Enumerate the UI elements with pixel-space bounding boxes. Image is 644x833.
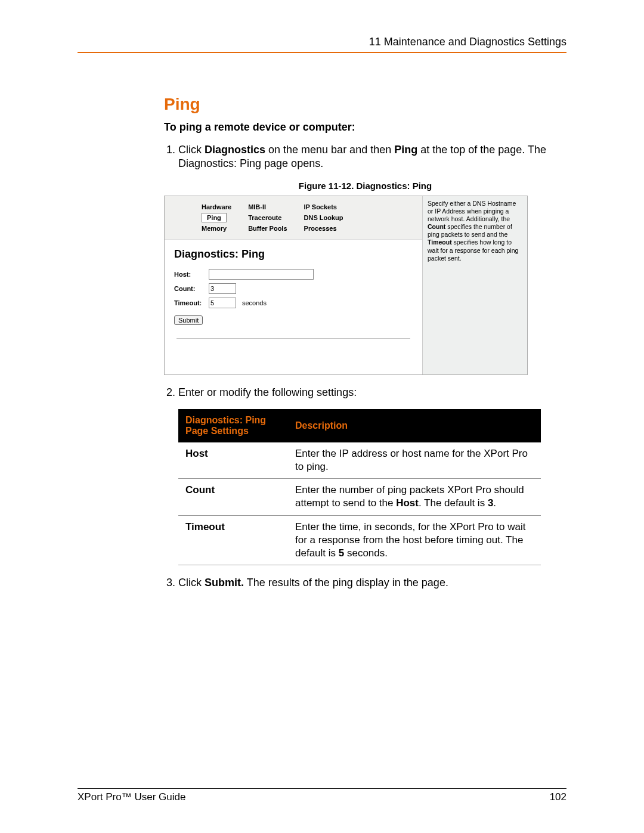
count-input[interactable] [209,283,236,294]
row-timeout-key: Timeout [178,515,288,565]
tab-ip-sockets[interactable]: IP Sockets [304,203,343,210]
footer-page-number: 102 [550,791,566,803]
panel-title: Diagnostics: Ping [174,248,413,261]
tab-processes[interactable]: Processes [304,225,343,232]
submit-button[interactable]: Submit [174,315,203,325]
host-input[interactable] [209,269,314,280]
help-panel: Specify either a DNS Hostname or IP Addr… [422,196,527,374]
screenshot-diagnostics-ping: Hardware MIB-II IP Sockets Ping Tracerou… [164,196,528,375]
host-label: Host: [174,271,209,278]
timeout-unit: seconds [242,299,267,306]
tab-dns-lookup[interactable]: DNS Lookup [304,214,343,221]
step-3: Click Submit. The results of the ping di… [178,576,566,590]
table-row: Timeout Enter the time, in seconds, for … [178,515,541,565]
page-header-chapter: 11 Maintenance and Diagnostics Settings [78,36,566,51]
tab-hardware[interactable]: Hardware [202,203,231,210]
row-host-val: Enter the IP address or host name for th… [288,442,541,479]
row-count-key: Count [178,479,288,515]
row-count-val: Enter the number of ping packets XPort P… [288,479,541,515]
row-host-key: Host [178,442,288,479]
diagnostics-tabs: Hardware MIB-II IP Sockets Ping Tracerou… [165,196,422,240]
table-row: Count Enter the number of ping packets X… [178,479,541,515]
page-footer: XPort Pro™ User Guide 102 [78,784,566,803]
step-1: Click Diagnostics on the menu bar and th… [178,143,566,171]
footer-title: XPort Pro™ User Guide [78,791,185,803]
section-title: Ping [164,95,566,114]
count-label: Count: [174,285,209,292]
table-header-settings: Diagnostics: Ping Page Settings [178,409,288,442]
tab-ping[interactable]: Ping [202,213,227,222]
tab-buffer-pools[interactable]: Buffer Pools [248,225,287,232]
timeout-label: Timeout: [174,299,209,306]
step-2: Enter or modify the following settings: [178,386,566,400]
tab-memory[interactable]: Memory [202,225,231,232]
tab-traceroute[interactable]: Traceroute [248,214,287,221]
header-divider [78,52,566,53]
row-timeout-val: Enter the time, in seconds, for the XPor… [288,515,541,565]
figure-caption: Figure 11-12. Diagnostics: Ping [164,181,566,191]
settings-table: Diagnostics: Ping Page Settings Descript… [178,409,541,565]
table-header-description: Description [288,409,541,442]
section-subtitle: To ping a remote device or computer: [164,121,566,134]
timeout-input[interactable] [209,298,236,308]
table-row: Host Enter the IP address or host name f… [178,442,541,479]
panel-divider [177,338,410,339]
tab-mib-ii[interactable]: MIB-II [248,203,287,210]
